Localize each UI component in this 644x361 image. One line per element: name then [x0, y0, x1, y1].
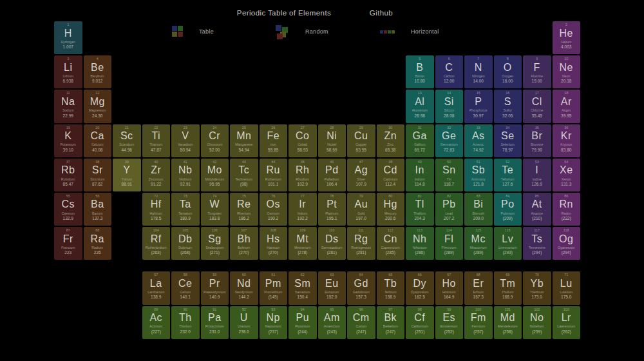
element-cell-al[interactable]: 13AlAluminium26.98	[406, 90, 434, 122]
element-cell-ni[interactable]: 28NiNickel58.69	[318, 124, 346, 157]
element-cell-hf[interactable]: 72HfHafnium178.5	[142, 193, 171, 226]
element-cell-s[interactable]: 16SSulfur32.05	[494, 90, 522, 122]
element-cell-hs[interactable]: 108HsHassium(270)	[260, 227, 288, 260]
element-cell-sc[interactable]: 21ScScandium44.96	[113, 124, 141, 157]
element-cell-f[interactable]: 9FFluorine19.00	[523, 55, 551, 88]
element-cell-p[interactable]: 15PPhosphorus30.97	[464, 90, 493, 122]
element-cell-es[interactable]: 99EsEinsteinium(252)	[435, 306, 464, 339]
element-cell-rf[interactable]: 104RfRutherfordium(263)	[142, 227, 171, 260]
element-cell-sr[interactable]: 38SrStrontium87.62	[84, 159, 112, 191]
element-cell-cd[interactable]: 48CdCadmium112.4	[377, 159, 405, 191]
element-cell-no[interactable]: 102NoNobelium(259)	[523, 306, 551, 339]
element-cell-pm[interactable]: 61PmPromethium(145)	[260, 271, 288, 304]
element-cell-tc[interactable]: 43TcTechnetium(98)	[230, 159, 258, 191]
element-cell-cn[interactable]: 112CnCopernicium(285)	[377, 227, 405, 260]
element-cell-in[interactable]: 49InIndium114.8	[406, 159, 434, 191]
element-cell-ca[interactable]: 20CaCalcium40.08	[84, 124, 112, 157]
element-cell-br[interactable]: 35BrBromine79.90	[523, 124, 551, 157]
element-cell-lu[interactable]: 71LuLutetium175.0	[553, 271, 581, 304]
element-cell-kr[interactable]: 36KrKrypton83.80	[553, 124, 581, 157]
element-cell-ti[interactable]: 22TiTitanium47.87	[142, 124, 171, 157]
element-cell-na[interactable]: 11NaSodium22.99	[54, 90, 82, 122]
element-cell-fe[interactable]: 26FeIron55.85	[260, 124, 288, 157]
element-cell-ce[interactable]: 58CeCerium140.1	[171, 271, 200, 304]
element-cell-db[interactable]: 105DbDubnium(268)	[171, 227, 200, 260]
element-cell-ds[interactable]: 110DsDarmstadtium(281)	[318, 227, 346, 260]
element-cell-cs[interactable]: 55CsCaesium132.9	[54, 193, 82, 226]
element-cell-li[interactable]: 3LiLithium6.938	[54, 55, 82, 88]
element-cell-w[interactable]: 74WTungsten183.8	[201, 193, 229, 226]
element-cell-u[interactable]: 92UUranium238.0	[230, 306, 258, 339]
element-cell-am[interactable]: 95AmAmericium(243)	[318, 306, 346, 339]
element-cell-np[interactable]: 93NpNeptunium(237)	[260, 306, 288, 339]
element-cell-er[interactable]: 68ErErbium167.3	[464, 271, 493, 304]
element-cell-os[interactable]: 76OsOsmium190.2	[260, 193, 288, 226]
element-cell-h[interactable]: 1HHydrogen1.007	[54, 21, 82, 54]
element-cell-la[interactable]: 57LaLanthanum138.9	[142, 271, 171, 304]
element-cell-zn[interactable]: 30ZnZinc65.38	[377, 124, 405, 157]
element-cell-zr[interactable]: 40ZrZirconium91.22	[142, 159, 171, 191]
element-cell-he[interactable]: 2HeHelium4.003	[553, 21, 581, 54]
element-cell-fl[interactable]: 114FlFlerovium(289)	[435, 227, 464, 260]
github-link[interactable]: Github	[370, 9, 393, 17]
element-cell-mo[interactable]: 42MoMolybdenum95.95	[201, 159, 229, 191]
element-cell-b[interactable]: 5BBoron10.80	[406, 55, 434, 88]
element-cell-cf[interactable]: 98CfCalifornium(251)	[406, 306, 434, 339]
element-cell-pr[interactable]: 59PrPraseodymium140.9	[201, 271, 229, 304]
element-cell-cl[interactable]: 17ClChlorine35.45	[523, 90, 551, 122]
element-cell-po[interactable]: 84PoPolonium(209)	[494, 193, 522, 226]
element-cell-at[interactable]: 85AtAstatine(210)	[523, 193, 551, 226]
element-cell-gd[interactable]: 64GdGadolinium157.3	[347, 271, 375, 304]
element-cell-i[interactable]: 53IIodine126.9	[523, 159, 551, 191]
element-cell-ne[interactable]: 10NeNeon20.18	[553, 55, 581, 88]
element-cell-c[interactable]: 6CCarbon12.00	[435, 55, 464, 88]
element-cell-ru[interactable]: 44RuRuthenium101.1	[260, 159, 288, 191]
element-cell-pt[interactable]: 78PtPlatinum195.1	[318, 193, 346, 226]
element-cell-co[interactable]: 27CoCobalt58.93	[289, 124, 317, 157]
element-cell-pa[interactable]: 91PaProtactinium231.0	[201, 306, 229, 339]
element-cell-te[interactable]: 52TeTellurium127.6	[494, 159, 522, 191]
element-cell-re[interactable]: 75ReRhenium186.2	[230, 193, 258, 226]
element-cell-rg[interactable]: 111RgRoentgenium(281)	[347, 227, 375, 260]
element-cell-bi[interactable]: 83BiBismuth209.0	[464, 193, 493, 226]
element-cell-bk[interactable]: 97BkBerkelium(247)	[377, 306, 405, 339]
element-cell-o[interactable]: 8OOxygen16.00	[494, 55, 522, 88]
element-cell-ag[interactable]: 47AgSilver107.9	[347, 159, 375, 191]
element-cell-rb[interactable]: 37RbRubidium85.47	[54, 159, 82, 191]
element-cell-se[interactable]: 34SeSelenium78.97	[494, 124, 522, 157]
element-cell-au[interactable]: 79AuGold197.0	[347, 193, 375, 226]
element-cell-nb[interactable]: 41NbNiobium92.91	[171, 159, 200, 191]
element-cell-be[interactable]: 4BeBeryllium9.012	[84, 55, 112, 88]
element-cell-pb[interactable]: 82PbLead207.2	[435, 193, 464, 226]
element-cell-pu[interactable]: 94PuPlutonium(244)	[289, 306, 317, 339]
element-cell-sn[interactable]: 50SnTin118.7	[435, 159, 464, 191]
element-cell-mn[interactable]: 25MnManganese54.94	[230, 124, 258, 157]
element-cell-dy[interactable]: 66DyDysprosium162.5	[406, 271, 434, 304]
element-cell-mt[interactable]: 109MtMeitnerium(278)	[289, 227, 317, 260]
element-cell-ir[interactable]: 77IrIridium192.2	[289, 193, 317, 226]
element-cell-bh[interactable]: 107BhBohrium(270)	[230, 227, 258, 260]
element-cell-ge[interactable]: 32GeGermanium72.63	[435, 124, 464, 157]
element-cell-cu[interactable]: 29CuCopper63.55	[347, 124, 375, 157]
element-cell-ba[interactable]: 56BaBarium137.3	[84, 193, 112, 226]
element-cell-cm[interactable]: 96CmCurium(247)	[347, 306, 375, 339]
element-cell-tb[interactable]: 65TbTerbium158.9	[377, 271, 405, 304]
element-cell-xe[interactable]: 54XeXenon131.3	[553, 159, 581, 191]
element-cell-ga[interactable]: 31GaGallium69.72	[406, 124, 434, 157]
element-cell-sb[interactable]: 51SbAntimony121.8	[464, 159, 493, 191]
element-cell-nd[interactable]: 60NdNeodymium144.2	[230, 271, 258, 304]
element-cell-nh[interactable]: 113NhNihonium(286)	[406, 227, 434, 260]
element-cell-sm[interactable]: 62SmSamarium150.4	[289, 271, 317, 304]
element-cell-ta[interactable]: 73TaTantalum180.9	[171, 193, 200, 226]
element-cell-lv[interactable]: 116LvLivermorium(293)	[494, 227, 522, 260]
element-cell-hg[interactable]: 80HgMercury200.6	[377, 193, 405, 226]
element-cell-th[interactable]: 90ThThorium232.0	[171, 306, 200, 339]
element-cell-fm[interactable]: 100FmFermium(257)	[464, 306, 493, 339]
element-cell-ho[interactable]: 67HoHolmium164.9	[435, 271, 464, 304]
element-cell-sg[interactable]: 106SgSeaborgium(271)	[201, 227, 229, 260]
element-cell-lr[interactable]: 103LrLawrencium(262)	[553, 306, 581, 339]
element-cell-v[interactable]: 23VVanadium50.94	[171, 124, 200, 157]
element-cell-eu[interactable]: 63EuEuropium152.0	[318, 271, 346, 304]
element-cell-n[interactable]: 7NNitrogen14.00	[464, 55, 493, 88]
element-cell-tl[interactable]: 81TlThallium204.3	[406, 193, 434, 226]
